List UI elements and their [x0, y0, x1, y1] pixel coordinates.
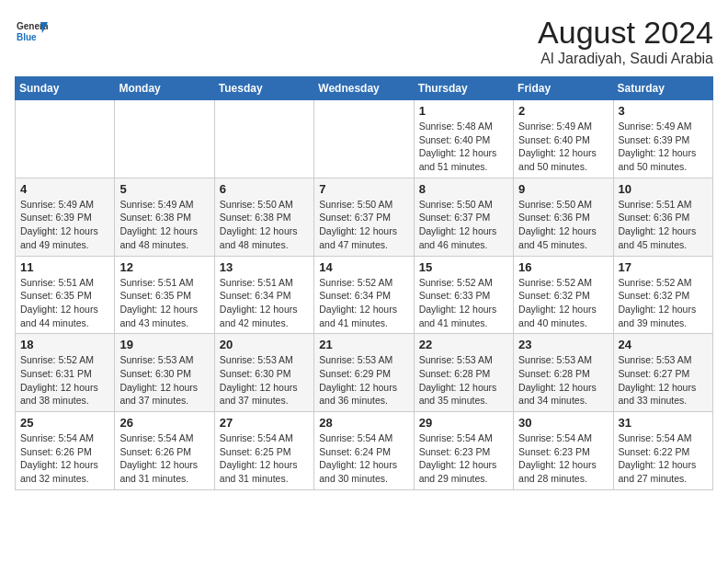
day-info: Sunrise: 5:51 AM Sunset: 6:34 PM Dayligh…	[220, 276, 309, 330]
calendar-cell: 27Sunrise: 5:54 AM Sunset: 6:25 PM Dayli…	[214, 412, 313, 490]
day-number: 3	[619, 104, 708, 118]
day-info: Sunrise: 5:53 AM Sunset: 6:29 PM Dayligh…	[319, 353, 408, 408]
logo-icon: General Blue	[15, 15, 48, 48]
title-block: August 2024 Al Jaradiyah, Saudi Arabia	[538, 15, 713, 67]
calendar-cell: 10Sunrise: 5:51 AM Sunset: 6:36 PM Dayli…	[613, 178, 712, 256]
logo: General Blue	[15, 15, 48, 48]
calendar-cell: 22Sunrise: 5:53 AM Sunset: 6:28 PM Dayli…	[414, 334, 513, 412]
calendar-cell: 19Sunrise: 5:53 AM Sunset: 6:30 PM Dayli…	[115, 334, 214, 412]
calendar-cell: 6Sunrise: 5:50 AM Sunset: 6:38 PM Daylig…	[214, 178, 313, 256]
day-info: Sunrise: 5:54 AM Sunset: 6:23 PM Dayligh…	[419, 431, 508, 486]
day-number: 16	[518, 260, 608, 274]
calendar-week-2: 4Sunrise: 5:49 AM Sunset: 6:39 PM Daylig…	[16, 178, 713, 256]
calendar-cell	[16, 100, 115, 178]
day-number: 2	[518, 104, 608, 118]
day-number: 9	[518, 182, 608, 196]
day-info: Sunrise: 5:51 AM Sunset: 6:35 PM Dayligh…	[119, 276, 209, 330]
day-info: Sunrise: 5:50 AM Sunset: 6:37 PM Dayligh…	[419, 198, 508, 252]
day-number: 30	[518, 416, 608, 430]
calendar-cell: 4Sunrise: 5:49 AM Sunset: 6:39 PM Daylig…	[16, 178, 115, 256]
day-number: 13	[220, 260, 309, 274]
calendar-cell: 16Sunrise: 5:52 AM Sunset: 6:32 PM Dayli…	[514, 256, 613, 334]
day-number: 22	[419, 338, 508, 351]
day-info: Sunrise: 5:52 AM Sunset: 6:34 PM Dayligh…	[319, 276, 408, 330]
day-number: 1	[419, 104, 508, 118]
day-info: Sunrise: 5:54 AM Sunset: 6:24 PM Dayligh…	[319, 431, 408, 486]
day-info: Sunrise: 5:49 AM Sunset: 6:39 PM Dayligh…	[619, 120, 708, 174]
day-info: Sunrise: 5:53 AM Sunset: 6:28 PM Dayligh…	[518, 353, 608, 408]
calendar-cell: 1Sunrise: 5:48 AM Sunset: 6:40 PM Daylig…	[414, 100, 513, 178]
calendar-cell: 29Sunrise: 5:54 AM Sunset: 6:23 PM Dayli…	[414, 412, 513, 490]
day-number: 4	[20, 182, 109, 196]
day-info: Sunrise: 5:50 AM Sunset: 6:37 PM Dayligh…	[319, 198, 408, 252]
day-info: Sunrise: 5:49 AM Sunset: 6:38 PM Dayligh…	[119, 198, 209, 252]
day-number: 6	[220, 182, 309, 196]
calendar-cell: 7Sunrise: 5:50 AM Sunset: 6:37 PM Daylig…	[314, 178, 414, 256]
page-subtitle: Al Jaradiyah, Saudi Arabia	[538, 51, 713, 67]
day-number: 23	[518, 338, 608, 351]
day-number: 11	[20, 260, 109, 274]
calendar-cell: 2Sunrise: 5:49 AM Sunset: 6:40 PM Daylig…	[514, 100, 613, 178]
calendar-cell: 17Sunrise: 5:52 AM Sunset: 6:32 PM Dayli…	[613, 256, 712, 334]
calendar-cell: 11Sunrise: 5:51 AM Sunset: 6:35 PM Dayli…	[16, 256, 115, 334]
calendar-cell: 23Sunrise: 5:53 AM Sunset: 6:28 PM Dayli…	[514, 334, 613, 412]
day-info: Sunrise: 5:48 AM Sunset: 6:40 PM Dayligh…	[419, 120, 508, 174]
calendar-cell	[115, 100, 214, 178]
day-info: Sunrise: 5:54 AM Sunset: 6:25 PM Dayligh…	[220, 431, 309, 486]
day-number: 28	[319, 416, 408, 430]
day-info: Sunrise: 5:51 AM Sunset: 6:36 PM Dayligh…	[619, 198, 708, 252]
calendar-cell: 14Sunrise: 5:52 AM Sunset: 6:34 PM Dayli…	[314, 256, 414, 334]
calendar-cell: 8Sunrise: 5:50 AM Sunset: 6:37 PM Daylig…	[414, 178, 513, 256]
day-number: 24	[619, 338, 708, 351]
day-info: Sunrise: 5:53 AM Sunset: 6:27 PM Dayligh…	[619, 353, 708, 408]
day-header-saturday: Saturday	[613, 77, 712, 100]
page-title: August 2024	[538, 15, 713, 51]
calendar-week-4: 18Sunrise: 5:52 AM Sunset: 6:31 PM Dayli…	[16, 334, 713, 412]
calendar-cell: 26Sunrise: 5:54 AM Sunset: 6:26 PM Dayli…	[115, 412, 214, 490]
day-number: 19	[119, 338, 209, 351]
day-info: Sunrise: 5:52 AM Sunset: 6:31 PM Dayligh…	[20, 353, 109, 408]
svg-text:Blue: Blue	[17, 32, 37, 42]
day-info: Sunrise: 5:51 AM Sunset: 6:35 PM Dayligh…	[20, 276, 109, 330]
day-number: 15	[419, 260, 508, 274]
day-header-thursday: Thursday	[414, 77, 513, 100]
day-header-friday: Friday	[514, 77, 613, 100]
day-info: Sunrise: 5:50 AM Sunset: 6:36 PM Dayligh…	[518, 198, 608, 252]
day-number: 8	[419, 182, 508, 196]
calendar-cell: 30Sunrise: 5:54 AM Sunset: 6:23 PM Dayli…	[514, 412, 613, 490]
day-number: 5	[119, 182, 209, 196]
day-number: 31	[619, 416, 708, 430]
calendar-cell: 18Sunrise: 5:52 AM Sunset: 6:31 PM Dayli…	[16, 334, 115, 412]
day-info: Sunrise: 5:52 AM Sunset: 6:32 PM Dayligh…	[619, 276, 708, 330]
day-info: Sunrise: 5:53 AM Sunset: 6:30 PM Dayligh…	[119, 353, 209, 408]
day-info: Sunrise: 5:54 AM Sunset: 6:22 PM Dayligh…	[619, 431, 708, 486]
day-header-monday: Monday	[115, 77, 214, 100]
calendar-cell: 24Sunrise: 5:53 AM Sunset: 6:27 PM Dayli…	[613, 334, 712, 412]
calendar-week-3: 11Sunrise: 5:51 AM Sunset: 6:35 PM Dayli…	[16, 256, 713, 334]
day-number: 27	[220, 416, 309, 430]
calendar-cell: 25Sunrise: 5:54 AM Sunset: 6:26 PM Dayli…	[16, 412, 115, 490]
day-number: 17	[619, 260, 708, 274]
calendar-cell: 12Sunrise: 5:51 AM Sunset: 6:35 PM Dayli…	[115, 256, 214, 334]
calendar-week-5: 25Sunrise: 5:54 AM Sunset: 6:26 PM Dayli…	[16, 412, 713, 490]
day-number: 29	[419, 416, 508, 430]
day-header-wednesday: Wednesday	[314, 77, 414, 100]
calendar-cell: 31Sunrise: 5:54 AM Sunset: 6:22 PM Dayli…	[613, 412, 712, 490]
calendar-cell: 28Sunrise: 5:54 AM Sunset: 6:24 PM Dayli…	[314, 412, 414, 490]
calendar-cell: 9Sunrise: 5:50 AM Sunset: 6:36 PM Daylig…	[514, 178, 613, 256]
day-info: Sunrise: 5:49 AM Sunset: 6:39 PM Dayligh…	[20, 198, 109, 252]
day-number: 26	[119, 416, 209, 430]
calendar-cell	[314, 100, 414, 178]
day-info: Sunrise: 5:50 AM Sunset: 6:38 PM Dayligh…	[220, 198, 309, 252]
day-number: 10	[619, 182, 708, 196]
day-info: Sunrise: 5:52 AM Sunset: 6:33 PM Dayligh…	[419, 276, 508, 330]
day-number: 14	[319, 260, 408, 274]
calendar-week-1: 1Sunrise: 5:48 AM Sunset: 6:40 PM Daylig…	[16, 100, 713, 178]
calendar-cell: 5Sunrise: 5:49 AM Sunset: 6:38 PM Daylig…	[115, 178, 214, 256]
day-number: 20	[220, 338, 309, 351]
day-info: Sunrise: 5:53 AM Sunset: 6:30 PM Dayligh…	[220, 353, 309, 408]
day-number: 18	[20, 338, 109, 351]
calendar-cell: 3Sunrise: 5:49 AM Sunset: 6:39 PM Daylig…	[613, 100, 712, 178]
calendar-cell: 13Sunrise: 5:51 AM Sunset: 6:34 PM Dayli…	[214, 256, 313, 334]
day-number: 12	[119, 260, 209, 274]
